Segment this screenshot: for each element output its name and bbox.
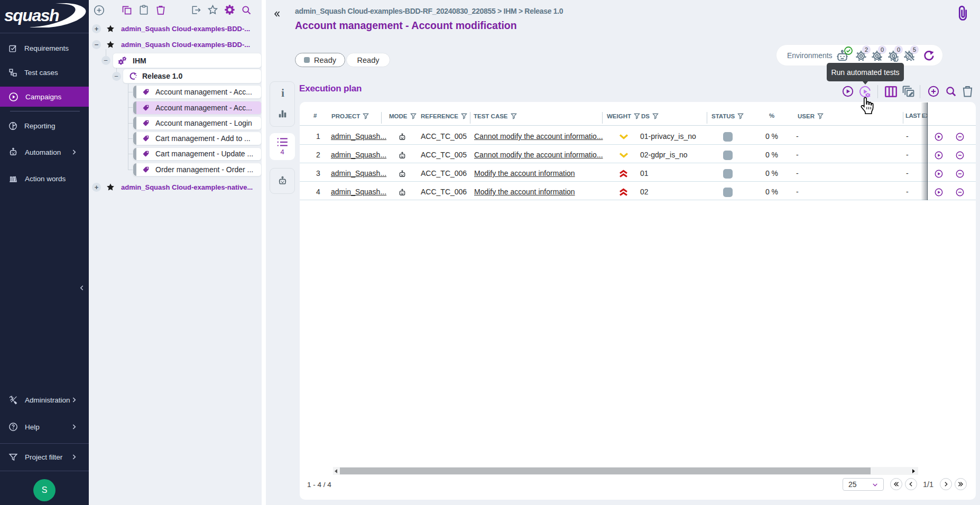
svg-text:squash: squash: [4, 6, 59, 25]
